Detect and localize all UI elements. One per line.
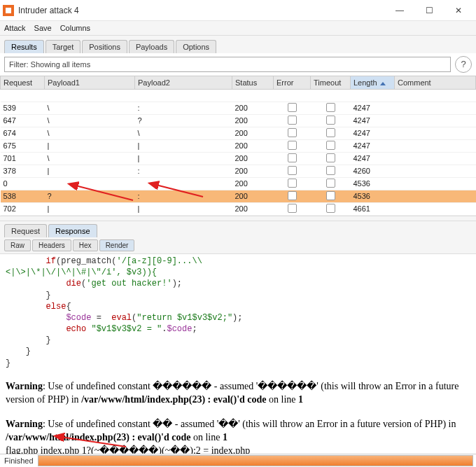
horizontal-splitter[interactable] <box>0 216 476 221</box>
tab-positions[interactable]: Positions <box>82 40 127 53</box>
checkbox-icon[interactable] <box>288 116 297 125</box>
cell-payload1: | <box>45 139 135 152</box>
close-button[interactable]: ✕ <box>444 1 473 20</box>
checkbox-icon[interactable] <box>326 128 335 137</box>
cell-length: 4536 <box>351 177 395 190</box>
cell-timeout <box>311 89 351 102</box>
checkbox-icon[interactable] <box>326 204 335 213</box>
burp-logo-icon <box>3 5 14 16</box>
col-payload1[interactable]: Payload1 <box>45 76 135 89</box>
tab-request[interactable]: Request <box>4 224 47 237</box>
checkbox-icon[interactable] <box>288 191 297 200</box>
col-status[interactable]: Status <box>232 76 274 89</box>
cell-payload1: | <box>45 165 135 177</box>
help-button[interactable]: ? <box>455 56 472 73</box>
code-line-prefix: <|\>|\*|\/|\^|\#|\"/i', $v3)){ <box>6 267 470 278</box>
cell-status: 200 <box>232 190 274 202</box>
warning-text-1: Warning: Use of undefined constant �����… <box>6 380 470 407</box>
warning-text-2: Warning: Use of undefined constant �� - … <box>6 418 470 445</box>
checkbox-icon[interactable] <box>326 103 335 112</box>
tab-results[interactable]: Results <box>4 40 44 53</box>
table-row[interactable]: 539\:2004247 <box>1 102 476 114</box>
tab-payloads[interactable]: Payloads <box>129 40 174 53</box>
cell-payload2: | <box>135 152 232 165</box>
code-line: else{ <box>6 301 470 312</box>
table-row[interactable]: 378|:2004260 <box>1 165 476 177</box>
cell-payload2 <box>135 89 232 102</box>
render-pane[interactable]: if(preg_match('/[a-z][0-9]...\\ <|\>|\*|… <box>0 254 476 454</box>
table-row[interactable]: 702||2004661 <box>1 202 476 215</box>
cell-timeout <box>311 190 351 202</box>
table-row[interactable]: 647\?2004247 <box>1 114 476 127</box>
filter-input[interactable]: Filter: Showing all items <box>4 57 451 72</box>
cell-status: 200 <box>232 152 274 165</box>
cell-comment <box>395 114 476 127</box>
cell-comment <box>395 190 476 202</box>
cell-length: 4247 <box>351 114 395 127</box>
checkbox-icon[interactable] <box>288 204 297 213</box>
cell-timeout <box>311 165 351 177</box>
checkbox-icon[interactable] <box>288 153 297 162</box>
cell-timeout <box>311 102 351 114</box>
cell-payload2 <box>135 177 232 190</box>
code-fragment-top: if(preg_match('/[a-z][0-9]...\\ <box>6 256 470 267</box>
cell-status: 200 <box>232 102 274 114</box>
col-length[interactable]: Length <box>351 76 395 89</box>
progress-fill <box>38 456 472 466</box>
cell-error <box>274 102 311 114</box>
view-hex[interactable]: Hex <box>73 239 98 251</box>
main-tabs: Results Target Positions Payloads Option… <box>0 36 476 53</box>
view-raw[interactable]: Raw <box>4 239 31 251</box>
checkbox-icon[interactable] <box>326 166 335 175</box>
checkbox-icon[interactable] <box>288 141 297 150</box>
results-table[interactable]: Request Payload1 Payload2 Status Error T… <box>0 76 476 216</box>
menu-columns[interactable]: Columns <box>60 24 90 32</box>
checkbox-icon[interactable] <box>288 166 297 175</box>
cell-comment <box>395 102 476 114</box>
cell-payload2: ? <box>135 114 232 127</box>
minimize-button[interactable]: ― <box>385 1 414 20</box>
cell-comment <box>395 152 476 165</box>
view-tabs: Raw Headers Hex Render <box>0 237 476 254</box>
checkbox-icon[interactable] <box>288 179 297 188</box>
filter-row: Filter: Showing all items ? <box>4 56 472 73</box>
tab-options[interactable]: Options <box>176 40 216 53</box>
cell-payload1: \ <box>45 114 135 127</box>
tab-target[interactable]: Target <box>46 40 81 53</box>
menubar: Attack Save Columns <box>0 21 476 36</box>
view-render[interactable]: Render <box>99 239 135 251</box>
checkbox-icon[interactable] <box>326 141 335 150</box>
table-row[interactable]: 675||2004247 <box>1 139 476 152</box>
col-timeout[interactable]: Timeout <box>311 76 351 89</box>
col-error[interactable]: Error <box>274 76 311 89</box>
checkbox-icon[interactable] <box>326 191 335 200</box>
table-row[interactable]: 02004536 <box>1 177 476 190</box>
table-row[interactable] <box>1 89 476 102</box>
menu-save[interactable]: Save <box>34 24 52 32</box>
cell-error <box>274 152 311 165</box>
col-request[interactable]: Request <box>1 76 45 89</box>
cell-timeout <box>311 152 351 165</box>
window-title: Intruder attack 4 <box>18 6 79 15</box>
view-headers[interactable]: Headers <box>32 239 71 251</box>
cell-error <box>274 127 311 139</box>
maximize-button[interactable]: ☐ <box>414 1 444 20</box>
col-comment[interactable]: Comment <box>395 76 476 89</box>
table-row[interactable]: 674\\2004247 <box>1 127 476 139</box>
menu-attack[interactable]: Attack <box>4 24 26 32</box>
cell-timeout <box>311 139 351 152</box>
results-table-container: Request Payload1 Payload2 Status Error T… <box>0 76 476 216</box>
cell-timeout <box>311 202 351 215</box>
table-row[interactable]: 538?:2004536 <box>1 190 476 202</box>
checkbox-icon[interactable] <box>326 179 335 188</box>
cell-payload2: : <box>135 102 232 114</box>
tab-response[interactable]: Response <box>48 224 97 237</box>
col-payload2[interactable]: Payload2 <box>135 76 232 89</box>
checkbox-icon[interactable] <box>288 103 297 112</box>
checkbox-icon[interactable] <box>288 128 297 137</box>
checkbox-icon[interactable] <box>326 153 335 162</box>
cell-length: 4661 <box>351 202 395 215</box>
table-row[interactable]: 701\|2004247 <box>1 152 476 165</box>
checkbox-icon[interactable] <box>326 116 335 125</box>
cell-payload1: \ <box>45 102 135 114</box>
